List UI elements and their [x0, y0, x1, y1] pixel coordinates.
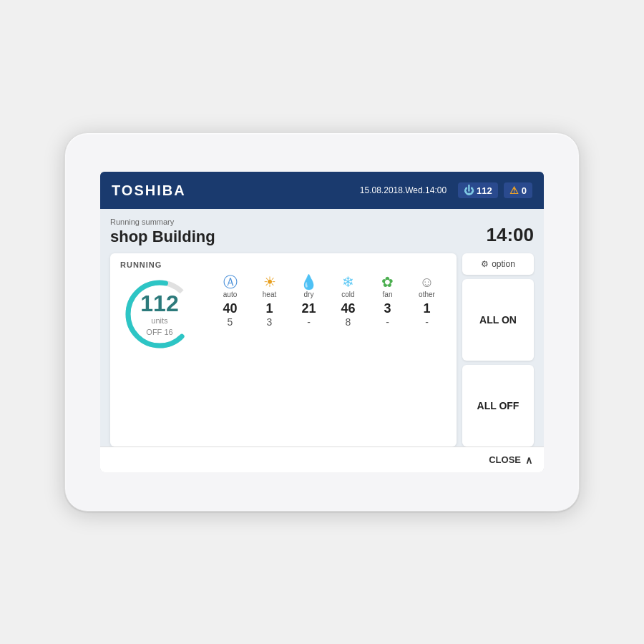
subtitle: Running summary [110, 218, 215, 226]
fan-label: fan [383, 291, 393, 298]
running-off: OFF 16 [140, 328, 178, 336]
modes-table: Ⓐ auto ☀ heat [210, 275, 447, 328]
auto-running-val: 40 [210, 301, 250, 316]
cold-label: cold [341, 291, 354, 298]
close-label: CLOSE [489, 454, 521, 465]
running-card: RUNNING 112 unit [110, 253, 457, 447]
content-area: Running summary shop Building 14:00 RUNN… [100, 209, 544, 447]
mode-col-cold[interactable]: ❄ cold [328, 275, 368, 298]
option-button[interactable]: ⚙ option [462, 253, 534, 275]
dry-label: dry [304, 291, 314, 298]
power-count: 112 [477, 185, 492, 196]
mode-col-fan[interactable]: ✿ fan [368, 275, 407, 298]
all-off-label: ALL OFF [477, 400, 519, 411]
auto-off-val: 5 [210, 316, 250, 328]
all-off-button[interactable]: ALL OFF [462, 365, 534, 447]
screen: TOSHIBA 15.08.2018.Wed.14:00 ⏻ 112 ⚠ 0 R… [100, 172, 544, 472]
off-label: OFF [146, 328, 162, 336]
heat-off-val: 3 [250, 316, 289, 328]
all-on-button[interactable]: ALL ON [462, 279, 534, 361]
alert-badge[interactable]: ⚠ 0 [504, 182, 532, 198]
title-row: Running summary shop Building 14:00 [110, 218, 534, 246]
power-badge[interactable]: ⏻ 112 [458, 182, 498, 198]
other-off-val: - [407, 316, 447, 328]
alert-icon: ⚠ [509, 185, 519, 196]
heat-label: heat [263, 291, 276, 298]
modes-icons-row: Ⓐ auto ☀ heat [210, 275, 447, 298]
gear-icon: ⚙ [481, 259, 489, 269]
fan-icon: ✿ [381, 275, 394, 289]
mode-col-dry[interactable]: 💧 dry [289, 275, 328, 298]
cold-icon: ❄ [342, 275, 354, 289]
close-button[interactable]: CLOSE ∧ [489, 454, 532, 466]
running-body: 112 units OFF 16 [120, 275, 447, 353]
running-units: units [140, 316, 178, 325]
heat-icon: ☀ [263, 275, 276, 289]
building-title: shop Building [110, 228, 215, 246]
running-count: 112 [140, 292, 178, 315]
dry-off-val: - [289, 316, 328, 328]
dry-icon: 💧 [300, 275, 318, 289]
current-time: 14:00 [487, 224, 535, 246]
mode-col-heat[interactable]: ☀ heat [250, 275, 289, 298]
dry-running-val: 21 [289, 301, 328, 316]
gauge-center: 112 units OFF 16 [140, 292, 178, 336]
other-icon: ☺ [419, 275, 434, 289]
auto-label: auto [223, 291, 237, 298]
chevron-up-icon: ∧ [525, 454, 532, 466]
datetime-display: 15.08.2018.Wed.14:00 [360, 185, 447, 195]
off-values-row: 5 3 - 8 - - [210, 316, 447, 328]
main-panel: RUNNING 112 unit [110, 253, 534, 447]
brand-logo: TOSHIBA [112, 182, 360, 199]
fan-running-val: 3 [368, 301, 407, 316]
fan-off-val: - [368, 316, 407, 328]
option-label: option [492, 259, 515, 269]
off-count: 16 [164, 328, 172, 336]
header-bar: TOSHIBA 15.08.2018.Wed.14:00 ⏻ 112 ⚠ 0 [100, 172, 544, 209]
mode-col-auto[interactable]: Ⓐ auto [210, 275, 250, 298]
device-shell: TOSHIBA 15.08.2018.Wed.14:00 ⏻ 112 ⚠ 0 R… [64, 132, 580, 512]
cold-running-val: 46 [328, 301, 368, 316]
alert-count: 0 [522, 185, 527, 196]
power-icon: ⏻ [464, 185, 474, 196]
gauge-container: 112 units OFF 16 [120, 275, 199, 353]
running-label: RUNNING [120, 260, 447, 269]
header-right: 15.08.2018.Wed.14:00 ⏻ 112 ⚠ 0 [360, 182, 532, 198]
heat-running-val: 1 [250, 301, 289, 316]
right-panel: ⚙ option ALL ON ALL OFF [462, 253, 534, 447]
title-left: Running summary shop Building [110, 218, 215, 246]
mode-col-other[interactable]: ☺ other [407, 275, 447, 298]
running-values-row: 40 1 21 46 3 1 [210, 301, 447, 316]
cold-off-val: 8 [328, 316, 368, 328]
other-running-val: 1 [407, 301, 447, 316]
other-label: other [419, 291, 435, 298]
auto-icon: Ⓐ [223, 275, 238, 289]
footer-bar: CLOSE ∧ [100, 447, 544, 472]
all-on-label: ALL ON [479, 314, 517, 326]
